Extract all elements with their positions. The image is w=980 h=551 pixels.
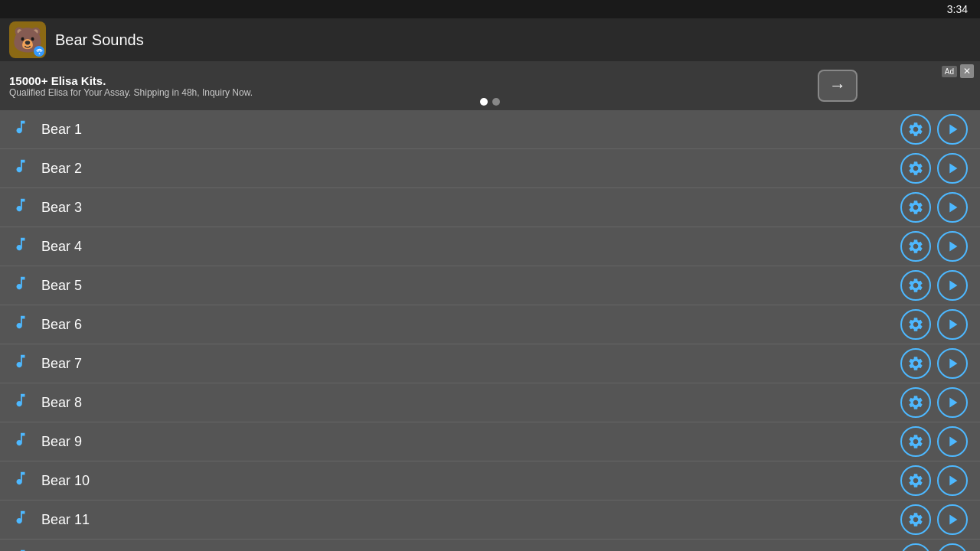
music-note-icon bbox=[12, 236, 29, 257]
sound-actions bbox=[900, 504, 968, 535]
play-button[interactable] bbox=[937, 543, 968, 551]
sound-actions bbox=[900, 543, 968, 551]
play-button[interactable] bbox=[937, 153, 968, 184]
app-icon: 🐻 bbox=[9, 21, 46, 58]
sound-name: Bear 7 bbox=[41, 356, 900, 372]
settings-button[interactable] bbox=[900, 114, 931, 145]
sound-name: Bear 2 bbox=[41, 161, 900, 177]
settings-button[interactable] bbox=[900, 426, 931, 457]
dot-2 bbox=[492, 98, 500, 106]
music-note-icon bbox=[12, 275, 29, 296]
sound-name: Bear 6 bbox=[41, 317, 900, 333]
settings-button[interactable] bbox=[900, 348, 931, 379]
app-title: Bear Sounds bbox=[55, 31, 144, 49]
sound-item-6[interactable]: Bear 6 bbox=[0, 305, 980, 344]
sound-name: Bear 8 bbox=[41, 395, 900, 411]
settings-button[interactable] bbox=[900, 153, 931, 184]
music-note-icon bbox=[12, 314, 29, 335]
sound-item-9[interactable]: Bear 9 bbox=[0, 422, 980, 461]
ad-label: Ad bbox=[942, 66, 957, 77]
app-header: 🐻 Bear Sounds bbox=[0, 18, 980, 61]
sound-list: Bear 1 Bear 2 bbox=[0, 110, 980, 551]
sound-name: Bear 11 bbox=[41, 512, 900, 528]
sound-actions bbox=[900, 114, 968, 145]
play-button[interactable] bbox=[937, 465, 968, 496]
sound-name: Bear 9 bbox=[41, 434, 900, 450]
sound-item-7[interactable]: Bear 7 bbox=[0, 344, 980, 383]
sound-name: Bear 5 bbox=[41, 278, 900, 294]
play-button[interactable] bbox=[937, 387, 968, 418]
status-bar: 3:34 bbox=[0, 0, 980, 18]
sound-item-3[interactable]: Bear 3 bbox=[0, 188, 980, 227]
settings-button[interactable] bbox=[900, 387, 931, 418]
music-note-icon bbox=[12, 119, 29, 140]
music-note-icon bbox=[12, 353, 29, 374]
sound-name: Bear 4 bbox=[41, 239, 900, 255]
status-time: 3:34 bbox=[947, 3, 968, 15]
music-note-icon bbox=[12, 548, 29, 551]
music-note-icon bbox=[12, 470, 29, 491]
sound-item-8[interactable]: Bear 8 bbox=[0, 383, 980, 422]
sound-name: Bear 10 bbox=[41, 473, 900, 489]
music-note-icon bbox=[12, 509, 29, 530]
ad-close-button[interactable]: ✕ bbox=[960, 64, 974, 78]
settings-button[interactable] bbox=[900, 465, 931, 496]
ad-close-area: Ad ✕ bbox=[936, 61, 980, 81]
sound-actions bbox=[900, 270, 968, 301]
sound-item-10[interactable]: Bear 10 bbox=[0, 461, 980, 500]
ad-title: 15000+ Elisa Kits. bbox=[9, 74, 253, 87]
sound-item-12[interactable]: Bear 12 bbox=[0, 540, 980, 551]
music-note-icon bbox=[12, 392, 29, 413]
play-button[interactable] bbox=[937, 114, 968, 145]
ad-arrow-button[interactable]: → bbox=[818, 70, 858, 102]
ad-pagination-dots bbox=[480, 98, 500, 106]
settings-button[interactable] bbox=[900, 270, 931, 301]
sound-name: Bear 3 bbox=[41, 200, 900, 216]
music-note-icon bbox=[12, 197, 29, 218]
play-button[interactable] bbox=[937, 309, 968, 340]
sound-actions bbox=[900, 426, 968, 457]
play-button[interactable] bbox=[937, 504, 968, 535]
settings-button[interactable] bbox=[900, 543, 931, 551]
play-button[interactable] bbox=[937, 270, 968, 301]
music-note-icon bbox=[12, 158, 29, 179]
sound-item-11[interactable]: Bear 11 bbox=[0, 500, 980, 540]
settings-button[interactable] bbox=[900, 192, 931, 223]
wifi-icon bbox=[34, 46, 44, 57]
arrow-icon: → bbox=[829, 76, 846, 96]
play-button[interactable] bbox=[937, 426, 968, 457]
dot-1 bbox=[480, 98, 488, 106]
settings-button[interactable] bbox=[900, 309, 931, 340]
sound-item-4[interactable]: Bear 4 bbox=[0, 227, 980, 266]
sound-actions bbox=[900, 192, 968, 223]
sound-item-5[interactable]: Bear 5 bbox=[0, 266, 980, 305]
play-button[interactable] bbox=[937, 192, 968, 223]
sound-item-2[interactable]: Bear 2 bbox=[0, 149, 980, 188]
sound-item-1[interactable]: Bear 1 bbox=[0, 110, 980, 149]
play-button[interactable] bbox=[937, 348, 968, 379]
sound-actions bbox=[900, 465, 968, 496]
ad-subtitle: Qualified Elisa for Your Assay. Shipping… bbox=[9, 87, 253, 98]
play-button[interactable] bbox=[937, 231, 968, 262]
music-note-icon bbox=[12, 431, 29, 452]
settings-button[interactable] bbox=[900, 504, 931, 535]
sound-actions bbox=[900, 387, 968, 418]
sound-name: Bear 1 bbox=[41, 122, 900, 138]
sound-actions bbox=[900, 309, 968, 340]
ad-banner: 15000+ Elisa Kits. Qualified Elisa for Y… bbox=[0, 61, 980, 110]
sound-actions bbox=[900, 153, 968, 184]
ad-content: 15000+ Elisa Kits. Qualified Elisa for Y… bbox=[9, 74, 253, 98]
settings-button[interactable] bbox=[900, 231, 931, 262]
sound-actions bbox=[900, 348, 968, 379]
sound-actions bbox=[900, 231, 968, 262]
